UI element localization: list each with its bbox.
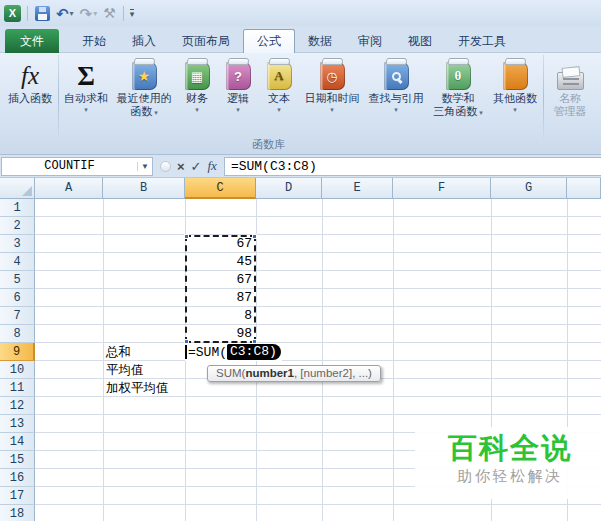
- chevron-down-icon: ▾: [477, 109, 482, 116]
- editing-cell-c9[interactable]: =SUM( C3:C8): [185, 343, 282, 361]
- cell-c8[interactable]: 98: [185, 325, 256, 343]
- tab-data[interactable]: 数据: [295, 29, 345, 53]
- customize-quick-access-button[interactable]: ▾: [130, 9, 135, 18]
- row-header-16[interactable]: 16: [0, 469, 35, 487]
- financial-button[interactable]: ▦财务▾: [176, 53, 218, 135]
- chevron-down-icon: ▾: [152, 109, 157, 116]
- watermark-subtitle: 助你轻松解决: [415, 467, 601, 486]
- cell-b11[interactable]: 加权平均值: [103, 379, 185, 397]
- date-time-button-label: 日期和时间: [305, 92, 360, 105]
- tab-view[interactable]: 视图: [395, 29, 445, 53]
- cell-c5[interactable]: 67: [185, 271, 256, 289]
- row-header-5[interactable]: 5: [0, 271, 35, 289]
- logical-button[interactable]: ?逻辑▾: [218, 53, 258, 135]
- financial-book-icon: ▦: [185, 62, 210, 90]
- group-separator: [543, 55, 544, 141]
- row-header-18[interactable]: 18: [0, 505, 35, 521]
- row-header-3[interactable]: 3: [0, 235, 35, 253]
- column-header-c[interactable]: C: [185, 178, 256, 199]
- name-manager-button: 名称管理器: [545, 53, 595, 135]
- lookup-reference-button[interactable]: 查找与引用▾: [364, 53, 428, 135]
- column-header-a[interactable]: A: [35, 178, 103, 199]
- row-header-11[interactable]: 11: [0, 379, 35, 397]
- redo-icon: ↷: [80, 6, 93, 21]
- column-header-partial[interactable]: [567, 178, 601, 199]
- row-header-2[interactable]: 2: [0, 217, 35, 235]
- redo-button[interactable]: ↷▾: [79, 3, 99, 23]
- undo-dropdown-icon[interactable]: ▾: [70, 9, 74, 18]
- tab-insert[interactable]: 插入: [119, 29, 169, 53]
- cell-c7[interactable]: 8: [185, 307, 256, 325]
- financial-button-label: 财务: [186, 92, 208, 105]
- cells-area[interactable]: =SUM( C3:C8) SUM(number1, [number2], ...…: [35, 199, 601, 521]
- cancel-entry-button[interactable]: ×: [177, 159, 185, 174]
- row-header-17[interactable]: 17: [0, 487, 35, 505]
- save-button[interactable]: [34, 3, 51, 23]
- undo-button[interactable]: ↶▾: [55, 3, 75, 23]
- tab-developer[interactable]: 开发工具: [445, 29, 519, 53]
- date-time-button[interactable]: ◷日期和时间▾: [300, 53, 364, 135]
- formula-text: =SUM(: [188, 345, 227, 360]
- recently-used-button[interactable]: ★最近使用的函数 ▾: [112, 53, 176, 135]
- tab-formulas[interactable]: 公式: [243, 29, 295, 53]
- confirm-entry-button[interactable]: ✓: [191, 159, 202, 174]
- column-header-e[interactable]: E: [322, 178, 393, 199]
- gridline: [393, 199, 394, 521]
- logical-button-label: 逻辑: [227, 92, 249, 105]
- insert-function-fx-button[interactable]: fx: [208, 158, 217, 174]
- row-header-6[interactable]: 6: [0, 289, 35, 307]
- row-header-14[interactable]: 14: [0, 433, 35, 451]
- row-header-4[interactable]: 4: [0, 253, 35, 271]
- name-box-value: COUNTIF: [2, 159, 137, 173]
- recently-used-button-label: 最近使用的: [117, 92, 172, 105]
- function-tooltip: SUM(number1, [number2], ...): [207, 365, 381, 382]
- fx-function-icon: fx: [21, 62, 39, 90]
- row-header-9[interactable]: 9: [0, 343, 35, 361]
- chevron-down-icon: ▾: [236, 105, 240, 114]
- formula-input[interactable]: =SUM(C3:C8): [224, 157, 601, 176]
- row-header-12[interactable]: 12: [0, 397, 35, 415]
- row-header-1[interactable]: 1: [0, 199, 35, 217]
- tab-home[interactable]: 开始: [69, 29, 119, 53]
- row-header-13[interactable]: 13: [0, 415, 35, 433]
- excel-logo-icon: X: [4, 5, 21, 22]
- text-button[interactable]: A文本▾: [258, 53, 300, 135]
- divider: [27, 6, 28, 21]
- lookup-reference-book-icon: [384, 62, 409, 90]
- cell-b10[interactable]: 平均值: [103, 361, 185, 379]
- chevron-down-icon: ▾: [84, 105, 88, 114]
- column-header-b[interactable]: B: [103, 178, 185, 199]
- math-trig-button-label: 三角函数 ▾: [433, 105, 482, 118]
- column-header-f[interactable]: F: [393, 178, 491, 199]
- cell-c4[interactable]: 45: [185, 253, 256, 271]
- row-header-7[interactable]: 7: [0, 307, 35, 325]
- row-header-15[interactable]: 15: [0, 451, 35, 469]
- insert-function-button[interactable]: fx插入函数: [3, 53, 57, 135]
- chevron-down-icon: ▾: [513, 105, 517, 114]
- tools-button: ⚒: [102, 3, 117, 23]
- row-header-8[interactable]: 8: [0, 325, 35, 343]
- name-box-dropdown-icon[interactable]: ▼: [137, 162, 152, 171]
- redo-dropdown-icon: ▾: [93, 9, 97, 18]
- chevron-down-icon: ▾: [394, 105, 398, 114]
- autosum-button[interactable]: Σ自动求和▾: [60, 53, 112, 135]
- column-header-d[interactable]: D: [256, 178, 322, 199]
- cell-c3[interactable]: 67: [185, 235, 256, 253]
- autosum-button-label: 自动求和: [64, 92, 108, 105]
- more-functions-button[interactable]: 其他函数▾: [488, 53, 542, 135]
- math-trig-book-icon: θ: [446, 62, 471, 90]
- ribbon-tab-row: 文件 开始插入页面布局公式数据审阅视图开发工具: [0, 26, 601, 53]
- cell-c6[interactable]: 87: [185, 289, 256, 307]
- tab-file[interactable]: 文件: [5, 29, 59, 53]
- name-box[interactable]: COUNTIF ▼: [1, 157, 153, 176]
- cell-b9[interactable]: 总和: [103, 343, 185, 361]
- math-trig-button[interactable]: θ数学和三角函数 ▾: [428, 53, 488, 135]
- tab-review[interactable]: 审阅: [345, 29, 395, 53]
- undo-icon: ↶: [56, 6, 69, 21]
- tab-page-layout[interactable]: 页面布局: [169, 29, 243, 53]
- date-time-book-icon: ◷: [320, 62, 345, 90]
- column-header-g[interactable]: G: [491, 178, 567, 199]
- select-all-corner[interactable]: [0, 178, 35, 199]
- row-header-10[interactable]: 10: [0, 361, 35, 379]
- formula-bar-circle-icon: [160, 161, 171, 172]
